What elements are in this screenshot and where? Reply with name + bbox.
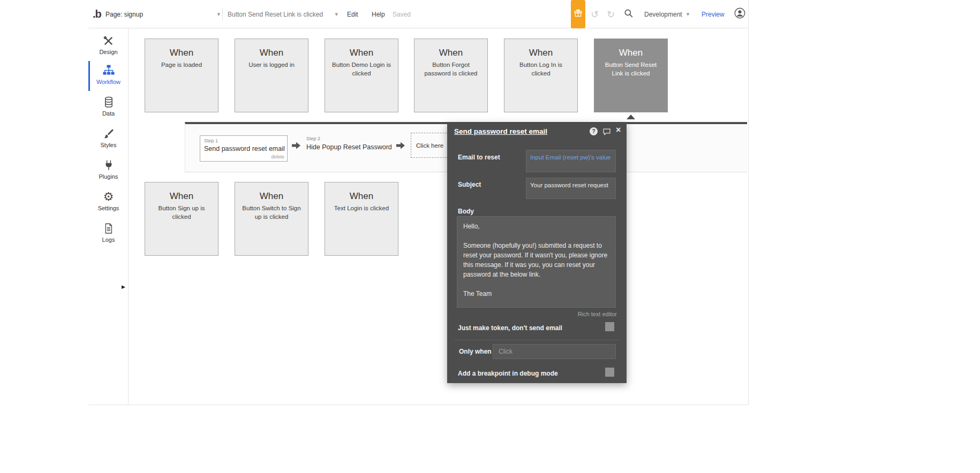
sidebar-item-label: Data bbox=[88, 110, 129, 117]
event-card-user-logged-in[interactable]: When User is logged in bbox=[235, 39, 308, 112]
topbar: .b Page: signup ▾ Button Send Reset Link… bbox=[88, 0, 748, 28]
close-icon[interactable]: × bbox=[616, 125, 621, 135]
brush-icon bbox=[88, 126, 129, 140]
event-card-forgot-password[interactable]: When Button Forgot password is clicked bbox=[414, 39, 488, 112]
workflow-icon bbox=[88, 63, 129, 77]
rich-text-editor-link[interactable]: Rich text editor bbox=[578, 311, 617, 317]
breakpoint-label: Add a breakpoint in debug mode bbox=[458, 370, 558, 377]
event-card-send-reset-link[interactable]: When Button Send Reset Link is clicked bbox=[594, 39, 668, 112]
help-icon[interactable]: ? bbox=[590, 127, 598, 135]
event-title: When bbox=[504, 48, 577, 58]
gear-icon: ⚙ bbox=[88, 189, 129, 203]
database-icon bbox=[88, 94, 129, 108]
avatar[interactable] bbox=[734, 0, 745, 28]
event-title: When bbox=[145, 191, 218, 202]
redo-button[interactable]: ↻ bbox=[607, 0, 615, 28]
selected-event-pointer bbox=[627, 115, 635, 119]
page-selector-label: Page: signup bbox=[105, 11, 143, 18]
event-card-switch-to-sign-up[interactable]: When Button Switch to Sign up is clicked bbox=[235, 182, 308, 256]
event-title: When bbox=[325, 191, 398, 202]
event-title: When bbox=[145, 48, 218, 58]
tools-icon bbox=[88, 33, 129, 47]
sidebar-item-data[interactable]: Data bbox=[88, 94, 129, 121]
event-card-sign-up[interactable]: When Button Sign up is clicked bbox=[145, 182, 218, 256]
collapse-arrow-icon: ▶ bbox=[122, 284, 125, 289]
chevron-down-icon: ▾ bbox=[335, 11, 338, 18]
sidebar-item-label: Plugins bbox=[88, 173, 129, 180]
action-properties-popup: Send password reset email ? × Email to r… bbox=[447, 123, 627, 383]
event-card-page-loaded[interactable]: When Page is loaded bbox=[145, 39, 218, 112]
event-subtitle: Button Switch to Sign up is clicked bbox=[240, 204, 303, 221]
user-icon bbox=[734, 7, 745, 21]
event-subtitle: Text Login is clicked bbox=[330, 204, 393, 213]
body-field[interactable]: Hello, Someone (hopefully you!) submitte… bbox=[457, 216, 616, 308]
sidebar-item-styles[interactable]: Styles bbox=[88, 126, 129, 152]
help-menu[interactable]: Help bbox=[372, 0, 385, 28]
environment-dropdown[interactable]: Development ▾ bbox=[644, 0, 689, 28]
event-title: When bbox=[594, 48, 667, 58]
document-icon bbox=[88, 220, 129, 234]
topbar-divider bbox=[222, 7, 223, 21]
email-to-reset-label: Email to reset bbox=[458, 154, 500, 161]
sidebar-item-settings[interactable]: ⚙ Settings bbox=[88, 189, 129, 216]
sidebar-item-design[interactable]: Design bbox=[88, 33, 129, 59]
plug-icon bbox=[88, 157, 129, 171]
event-subtitle: Button Forgot password is clicked bbox=[420, 61, 482, 78]
sidebar-item-label: Styles bbox=[88, 142, 129, 148]
gift-icon bbox=[574, 9, 583, 20]
active-indicator bbox=[88, 61, 90, 91]
edit-menu[interactable]: Edit bbox=[347, 0, 358, 28]
email-to-reset-field[interactable]: Input Email (reset pw)'s value bbox=[526, 150, 616, 172]
app-window: .b Page: signup ▾ Button Send Reset Link… bbox=[88, 0, 749, 405]
workflow-canvas[interactable]: When Page is loaded When User is logged … bbox=[129, 28, 748, 405]
event-card-text-login[interactable]: When Text Login is clicked bbox=[325, 182, 398, 256]
step-arrow-icon bbox=[396, 142, 405, 151]
subject-label: Subject bbox=[458, 181, 481, 188]
step-number: Step 1 bbox=[204, 138, 218, 143]
just-make-token-checkbox[interactable] bbox=[605, 322, 614, 331]
sidebar-item-workflow[interactable]: Workflow bbox=[88, 63, 129, 89]
sidebar-item-label: Workflow bbox=[88, 79, 129, 85]
preview-link[interactable]: Preview bbox=[702, 0, 725, 28]
popup-title: Send password reset email bbox=[454, 127, 547, 135]
sidebar-item-label: Settings bbox=[88, 205, 129, 211]
page-selector-dropdown[interactable]: Page: signup ▾ bbox=[105, 0, 224, 28]
only-when-input[interactable] bbox=[493, 344, 616, 359]
step-title: Hide Popup Reset Password bbox=[306, 143, 403, 151]
event-subtitle: Page is loaded bbox=[150, 61, 213, 70]
only-when-label: Only when bbox=[459, 348, 492, 355]
saved-status: Saved bbox=[393, 0, 411, 28]
event-selector-label: Button Send Reset Link is clicked bbox=[228, 11, 323, 18]
event-title: When bbox=[235, 191, 308, 202]
bubble-logo: .b bbox=[93, 0, 101, 28]
sidebar-item-plugins[interactable]: Plugins bbox=[88, 157, 129, 184]
sidebar-item-label: Design bbox=[88, 49, 129, 55]
search-button[interactable] bbox=[624, 0, 634, 28]
step-number: Step 2 bbox=[306, 136, 403, 141]
sidebar-item-logs[interactable]: Logs bbox=[88, 220, 129, 247]
event-subtitle: Button Demo Login is clicked bbox=[330, 61, 393, 78]
gift-button[interactable] bbox=[571, 0, 585, 28]
search-icon bbox=[624, 9, 634, 20]
step-2-card[interactable]: Step 2 Hide Popup Reset Password bbox=[306, 136, 403, 151]
event-subtitle: Button Sign up is clicked bbox=[150, 204, 213, 221]
step-1-card[interactable]: Step 1 Send password reset email delete bbox=[200, 135, 288, 162]
just-make-token-label: Just make token, don't send email bbox=[458, 324, 562, 332]
event-subtitle: User is logged in bbox=[240, 61, 303, 70]
event-card-log-in[interactable]: When Button Log In is clicked bbox=[504, 39, 578, 112]
sidebar-collapse-handle[interactable]: ▶ bbox=[122, 284, 125, 289]
event-title: When bbox=[235, 48, 308, 58]
chevron-down-icon: ▾ bbox=[217, 11, 220, 18]
step-delete-link[interactable]: delete bbox=[271, 154, 284, 159]
event-title: When bbox=[414, 48, 487, 58]
sidebar: Design Workflow bbox=[88, 28, 129, 405]
sidebar-item-label: Logs bbox=[88, 236, 129, 243]
undo-button[interactable]: ↺ bbox=[591, 0, 599, 28]
event-selector-dropdown[interactable]: Button Send Reset Link is clicked ▾ bbox=[228, 0, 338, 28]
step-arrow-icon bbox=[292, 142, 300, 151]
event-card-demo-login[interactable]: When Button Demo Login is clicked bbox=[325, 39, 398, 112]
comment-icon[interactable] bbox=[602, 127, 611, 138]
breakpoint-checkbox[interactable] bbox=[605, 368, 614, 377]
subject-field[interactable]: Your password reset request bbox=[526, 178, 616, 199]
event-title: When bbox=[325, 48, 398, 58]
